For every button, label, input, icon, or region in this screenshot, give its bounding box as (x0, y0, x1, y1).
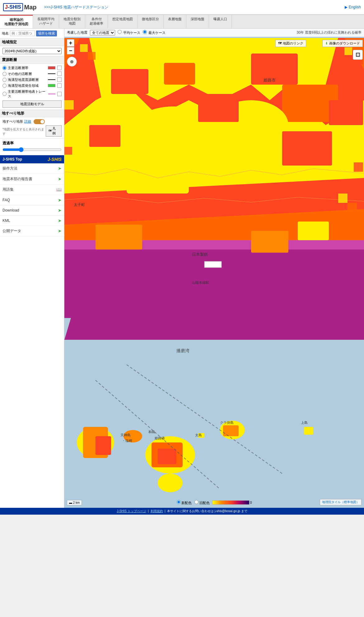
fault-trench-area-radio[interactable] (2, 84, 7, 88)
model-button[interactable]: 地震活動モデル (2, 100, 62, 108)
svg-marker-35 (64, 301, 364, 340)
nav-report[interactable]: 地震本部の報告書 ➤ (0, 174, 64, 185)
nav-download-label: Download (2, 208, 19, 213)
search-button[interactable]: 場所を検索 (36, 30, 57, 36)
nav-faq-arrow: ➤ (58, 198, 62, 203)
tab-micro[interactable]: 微地形区分 (138, 15, 164, 28)
fault-other-radio[interactable] (2, 72, 7, 76)
main: 地名 場所を検索 地域指定 2024年(NIED作成版) 震源断層 主要活断層帯… (0, 29, 364, 508)
nav-glossary-icon: 📖 (56, 187, 62, 192)
fault-trench-src-check[interactable] (57, 77, 62, 82)
nav-faq-label: FAQ (2, 198, 10, 202)
nav-usage-label: 操作方法 (2, 166, 17, 171)
region-select[interactable]: 2024年(NIED作成版) (2, 48, 62, 54)
fault-trace-label: 主要活断層帯地表トレース (8, 89, 48, 99)
svg-rect-19 (96, 225, 142, 250)
svg-rect-28 (158, 449, 176, 464)
color-old-label[interactable]: 旧配色 (194, 500, 209, 505)
jshis-header: J-SHIS Top J-SHIS (0, 155, 64, 163)
fault-trench-area-label: 海溝型地震発生領域 (8, 83, 39, 88)
map-area[interactable]: 考慮した地震 全ての地震 平均ケース 最大ケース 30年 震度6弱以上の揺れに見… (64, 29, 364, 508)
fault-trench-src-radio[interactable] (2, 78, 7, 82)
logo-shis: -SHIS (8, 4, 21, 10)
tab-scenario[interactable]: 想定地震地図 (108, 15, 138, 28)
svg-rect-15 (198, 94, 239, 122)
fault-trace-check[interactable] (57, 92, 62, 96)
fault-trench-area: 海溝型地震発生領域 (2, 83, 62, 88)
svg-rect-14 (89, 125, 120, 147)
map-visualization[interactable]: 姫路市 太子町 日本製鉄 播磨湾 天神島 ・塩崎 和島 太島 クラ掛島 上島 姫… (64, 38, 364, 508)
search-bar: 地名 場所を検索 (0, 29, 64, 39)
map-download-label: 画像のダウンロード (329, 41, 360, 46)
nav-download-arrow: ➤ (58, 208, 62, 213)
zoom-out-button[interactable]: − (67, 47, 74, 54)
fault-other-label: その他の活断層 (8, 72, 32, 76)
landslide-detail-link[interactable]: 詳細 (24, 119, 31, 124)
tab-seismictype[interactable]: 地震分類別地図 (59, 15, 85, 28)
nav-report-arrow: ➤ (58, 176, 62, 181)
nav-opendata-arrow: ➤ (58, 228, 62, 233)
footer-top-link[interactable]: J-SHIS トップページ (117, 509, 146, 513)
search-input[interactable] (10, 30, 35, 36)
map-link-button[interactable]: 🗺 地図のリンク (275, 40, 306, 47)
landslide-section: 地すべり地形 地すべり地形 詳細 *地図を拡大すると表示されます 🗺 凡例 (0, 110, 64, 139)
nav-opendata[interactable]: 公開データ ➤ (0, 226, 64, 236)
landslide-title: 地すべり地形 (0, 110, 64, 117)
fault-title: 震源断層 (0, 56, 64, 64)
fault-trace-radio[interactable] (2, 92, 7, 96)
footer-terms-link[interactable]: 利用規約 (151, 509, 163, 513)
svg-text:和島: 和島 (148, 430, 155, 434)
place-label: 地名 (2, 31, 9, 36)
tab-population[interactable]: 曝露人口 (209, 15, 232, 28)
svg-text:姫路市: 姫路市 (264, 78, 276, 82)
compass-widget[interactable]: ⊕ (67, 57, 77, 67)
fault-trace-line (48, 94, 56, 94)
color-new-label[interactable]: 新配色 (176, 500, 192, 505)
landslide-toggle[interactable] (34, 119, 45, 124)
nav-glossary-label: 用語集 (2, 187, 14, 192)
layer-toggle[interactable]: 🔲 (353, 50, 363, 60)
fault-main-radio[interactable] (2, 66, 7, 70)
case-avg-radio[interactable] (118, 30, 122, 34)
nav-download[interactable]: Download ➤ (0, 205, 64, 216)
color-scheme: 新配色 旧配色 0 (176, 500, 252, 505)
nav-glossary[interactable]: 用語集 📖 (0, 185, 64, 195)
case-avg-label: 平均ケース (118, 30, 140, 35)
tab-deep[interactable]: 深部地盤 (186, 15, 209, 28)
nav-kml-label: KML (2, 218, 10, 223)
site-link[interactable]: >>>J-SHIS 地震ハザードステーション (44, 5, 108, 10)
nav-kml[interactable]: KML ➤ (0, 216, 64, 226)
map-download-button[interactable]: ⬇ 画像のダウンロード (322, 40, 363, 47)
map-controls: 考慮した地震 全ての地震 平均ケース 最大ケース 30年 震度6弱以上の揺れに見… (64, 29, 364, 37)
tab-prob[interactable]: 確率論的地震動予測地図 (0, 15, 33, 28)
legend-button[interactable]: 🗺 凡例 (46, 125, 62, 137)
nav-faq[interactable]: FAQ ➤ (0, 195, 64, 205)
fault-other-check[interactable] (57, 72, 62, 76)
color-new-radio[interactable] (176, 500, 180, 504)
zoom-in-button[interactable]: + (67, 39, 74, 47)
logo: J -SHIS Map (3, 3, 37, 11)
region-title: 地域指定 (0, 39, 64, 46)
tab-conditional[interactable]: 条件付超過確率 (85, 15, 108, 28)
svg-rect-12 (127, 156, 189, 194)
fault-main-check[interactable] (57, 66, 62, 70)
svg-rect-6 (111, 69, 148, 94)
map-info: 30年 震度6弱以上の揺れに見舞われる確率 (297, 30, 362, 35)
svg-point-29 (158, 474, 183, 492)
fault-trench-area-check[interactable] (57, 83, 62, 88)
fault-main: 主要活断層帯 (2, 66, 62, 70)
earthquake-select[interactable]: 全ての地震 (90, 30, 115, 35)
color-old-radio[interactable] (194, 500, 198, 504)
map-attribution[interactable]: 地理院タイル（標準地図） (320, 499, 362, 505)
svg-text:太島: 太島 (195, 433, 202, 437)
tab-longterm[interactable]: 長期間平均ハザード (33, 15, 59, 28)
case-max-radio[interactable] (143, 30, 147, 34)
landslide-label: 地すべり地形 (2, 119, 23, 124)
svg-rect-16 (282, 131, 332, 166)
english-link[interactable]: ▶ English (345, 5, 361, 9)
svg-text:日本製鉄: 日本製鉄 (192, 252, 208, 257)
opacity-slider[interactable] (2, 147, 62, 152)
svg-rect-56 (338, 194, 348, 203)
nav-usage[interactable]: 操作方法 ➤ (0, 163, 64, 174)
tab-surface[interactable]: 表層地盤 (164, 15, 186, 28)
